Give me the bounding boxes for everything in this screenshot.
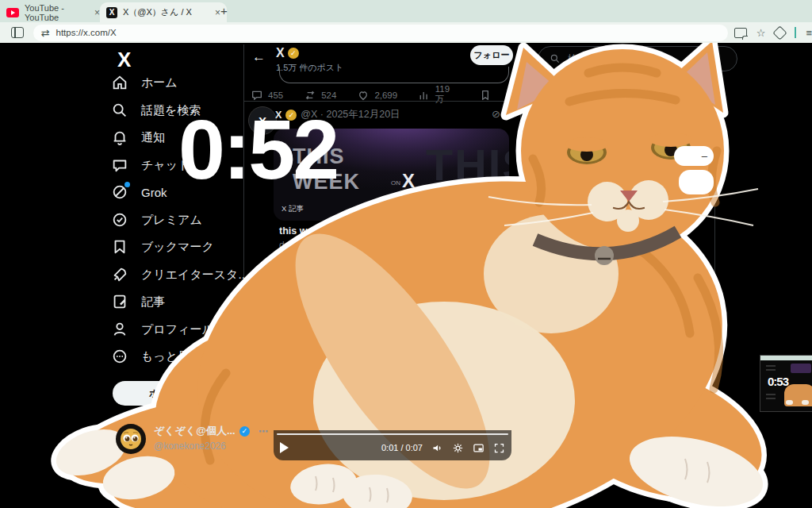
x-favicon-icon: X xyxy=(106,7,117,18)
browser-chrome: YouTube - YouTube × X X（@X）さん / X × + ⇄ … xyxy=(0,0,812,44)
side-pill-button[interactable] xyxy=(679,170,714,194)
screen: YouTube - YouTube × X X（@X）さん / X × + ⇄ … xyxy=(0,0,812,508)
menu-icon[interactable]: ≡ xyxy=(806,28,812,38)
cast-icon[interactable] xyxy=(734,28,747,38)
caption-handle: @konekone2026 xyxy=(154,441,269,452)
video-progress-bar[interactable] xyxy=(277,433,508,435)
video-time: 0:01 / 0:07 xyxy=(381,443,423,452)
new-tab-button[interactable]: + xyxy=(220,4,228,17)
caption-user[interactable]: ぞくぞく@個人... ✓ ⋯ @konekone2026 xyxy=(154,424,269,452)
toolbar-actions: ☆ ≡ xyxy=(734,27,812,38)
bookmark-star-icon[interactable]: ☆ xyxy=(756,28,766,38)
pip-detail xyxy=(766,365,776,367)
tab-close-icon[interactable]: × xyxy=(215,8,220,17)
pip-detail xyxy=(766,394,776,395)
blue-verified-icon: ✓ xyxy=(239,426,250,437)
pleading-face-emoji-icon xyxy=(119,427,143,451)
pip-paw xyxy=(802,400,809,405)
video-caption: ぞくぞく@個人... ✓ ⋯ @konekone2026 xyxy=(116,424,269,454)
volume-icon[interactable] xyxy=(431,442,443,454)
minimize-pill-button[interactable]: – xyxy=(674,146,714,166)
video-controls: 0:01 / 0:07 xyxy=(274,430,511,460)
pip-browser-bar xyxy=(760,356,812,360)
youtube-favicon-icon xyxy=(6,8,19,17)
tab-x-title: X（@X）さん / X xyxy=(123,6,192,18)
pip-detail xyxy=(766,398,776,399)
caption-name: ぞくぞく@個人... xyxy=(154,424,236,438)
pip-icon[interactable] xyxy=(473,442,485,454)
pip-window[interactable]: 0:53 xyxy=(760,355,812,412)
settings-gear-icon[interactable] xyxy=(452,442,464,454)
pip-timer: 0:53 xyxy=(768,375,788,388)
caption-avatar[interactable] xyxy=(116,424,146,454)
more-dots-icon[interactable]: ⋯ xyxy=(259,425,269,437)
tab-strip: YouTube - YouTube × X X（@X）さん / X × + xyxy=(0,0,812,22)
tab-youtube[interactable]: YouTube - YouTube × xyxy=(0,2,106,22)
swap-tabs-icon[interactable]: ⇄ xyxy=(41,28,50,38)
profile-indicator xyxy=(795,27,796,38)
fullscreen-icon[interactable] xyxy=(493,442,505,454)
pip-cat-thumb xyxy=(784,384,812,406)
side-panel-icon[interactable] xyxy=(11,27,24,38)
url-text: https://x.com/X xyxy=(56,28,117,37)
pip-paw xyxy=(786,400,793,405)
address-toolbar: ⇄ https://x.com/X ☆ ≡ xyxy=(0,22,812,43)
pip-detail xyxy=(766,369,776,371)
pip-banner-thumb xyxy=(791,364,811,373)
tab-x[interactable]: X X（@X）さん / X × xyxy=(100,2,227,22)
address-bar[interactable]: ⇄ https://x.com/X xyxy=(33,25,728,41)
extensions-icon[interactable] xyxy=(773,25,787,40)
tab-close-icon[interactable]: × xyxy=(94,8,100,17)
play-button[interactable] xyxy=(280,442,289,453)
tab-youtube-title: YouTube - YouTube xyxy=(25,3,89,22)
